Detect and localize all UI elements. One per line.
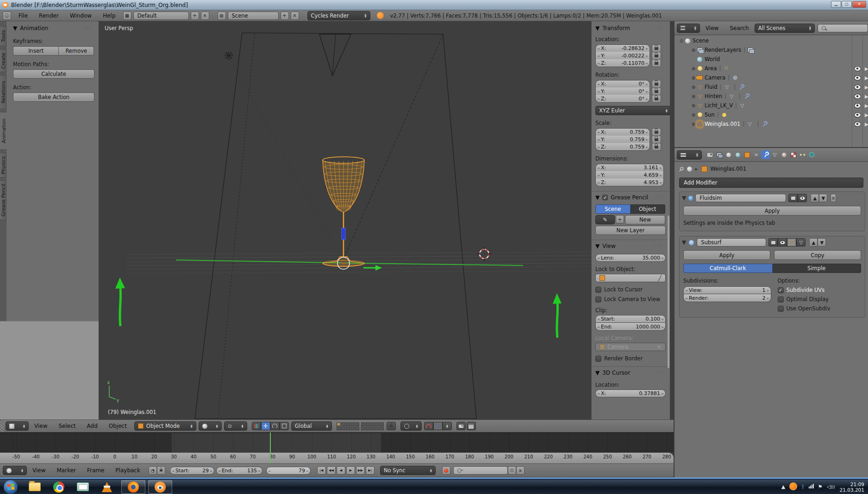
- visibility-eye-icon[interactable]: [854, 75, 861, 80]
- scale-z-field[interactable]: Z:0.759: [595, 143, 650, 151]
- expand-icon[interactable]: ⊕: [690, 112, 697, 117]
- outliner-row[interactable]: ⊕▽Licht_LK_V|▽▶: [674, 101, 868, 110]
- timeline-lock-icon[interactable]: [157, 466, 165, 475]
- delete-keyframe-icon[interactable]: ×: [516, 466, 525, 475]
- expand-icon[interactable]: ⊕: [690, 103, 697, 108]
- layer-cell[interactable]: [350, 426, 355, 430]
- info-window-menu[interactable]: Window: [64, 12, 97, 19]
- properties-tab-render[interactable]: [706, 150, 714, 159]
- viewport-3d[interactable]: z y User Persp (79) Weinglas.001: [99, 21, 670, 420]
- outliner-filter-select[interactable]: All Scenes▲▼: [755, 24, 815, 33]
- render-border-checkbox[interactable]: [595, 356, 601, 362]
- timeline-marker-menu[interactable]: Marker: [51, 467, 81, 474]
- editor-type-info-icon[interactable]: ⓘ: [3, 12, 11, 20]
- outliner-row[interactable]: ⊕▽Weinglas.001|▽|▶: [674, 119, 868, 129]
- fluidsim-moveup-button[interactable]: ▲: [811, 194, 819, 202]
- outliner-row[interactable]: ⊕Area|⤧▶: [674, 64, 868, 73]
- timeline-editor-select[interactable]: ▲▼: [3, 466, 27, 475]
- view-panel-header[interactable]: ▼ View: [595, 243, 665, 249]
- action-center-flag-icon[interactable]: ⚑: [818, 484, 823, 490]
- selectability-arrow-icon[interactable]: ▶: [865, 103, 868, 108]
- proportional-edit-select[interactable]: ▲▼: [400, 421, 422, 431]
- viewport-select-menu[interactable]: Select: [53, 423, 81, 429]
- outliner-search-input[interactable]: [818, 24, 868, 32]
- title-bar[interactable]: Blender [F:\Blender\SturmWasserglas\Wein…: [0, 0, 868, 10]
- volume-tray-icon[interactable]: ◁))): [827, 484, 835, 490]
- fluidsim-movedown-button[interactable]: ▼: [819, 194, 827, 202]
- layout-delete-button[interactable]: ×: [201, 12, 209, 20]
- network-tray-icon[interactable]: [809, 484, 814, 490]
- wine-glass-object[interactable]: [323, 157, 364, 266]
- expand-icon[interactable]: ⊙: [678, 38, 685, 43]
- scale-y-field[interactable]: Y:0.759: [595, 136, 650, 143]
- calculate-motion-paths-button[interactable]: Calculate: [13, 69, 94, 79]
- lock-to-object-field[interactable]: ╱: [595, 274, 666, 282]
- maximize-button[interactable]: ▢: [842, 1, 852, 8]
- simple-toggle[interactable]: Simple: [773, 264, 862, 273]
- cursor-3d-panel-header[interactable]: ▼ 3D Cursor: [595, 370, 665, 376]
- layer-cell[interactable]: [337, 422, 341, 426]
- properties-tab-object[interactable]: [743, 150, 751, 159]
- fluidsim-delete-button[interactable]: ×: [831, 194, 836, 202]
- prev-keyframe-button[interactable]: ◀◀: [327, 466, 336, 475]
- subsurf-render-field[interactable]: Render:2: [683, 294, 771, 302]
- subsurf-view-field[interactable]: View:1: [683, 286, 771, 294]
- rotation-z-field[interactable]: Z:0°: [595, 95, 650, 103]
- next-keyframe-button[interactable]: ▶▶: [356, 466, 365, 475]
- scale-manipulator-icon[interactable]: [280, 422, 289, 430]
- layer-cell[interactable]: [375, 426, 379, 430]
- subsurf-render-toggle-icon[interactable]: [768, 238, 778, 247]
- clip-end-field[interactable]: End:1000.000: [595, 323, 666, 331]
- expand-icon[interactable]: ⊕: [690, 94, 697, 99]
- record-button[interactable]: [442, 466, 450, 475]
- shading-select[interactable]: ▲▼: [199, 421, 222, 431]
- selectability-arrow-icon[interactable]: ▶: [865, 112, 868, 117]
- insert-keyframe-button[interactable]: Insert: [13, 46, 59, 56]
- manipulator-axis-icon[interactable]: [252, 422, 261, 430]
- animation-panel-header[interactable]: ▼ Animation: [13, 25, 94, 31]
- play-button[interactable]: ▶: [346, 466, 355, 475]
- subsurf-movedown-button[interactable]: ▼: [818, 238, 826, 247]
- tool-shelf-tab-grease-pencil[interactable]: Grease Pencil: [0, 180, 6, 220]
- outliner-item-label[interactable]: Area: [705, 65, 717, 72]
- outliner-view-menu[interactable]: View: [700, 25, 724, 31]
- taskbar-firefox-button[interactable]: [121, 480, 145, 494]
- gp-scene-toggle[interactable]: Scene: [595, 204, 631, 214]
- outliner-item-label[interactable]: Sun: [705, 111, 715, 118]
- render-opengl-anim-icon[interactable]: [467, 422, 476, 430]
- timeline-frame-menu[interactable]: Frame: [81, 467, 110, 474]
- layer-cell[interactable]: [380, 426, 384, 430]
- info-help-menu[interactable]: Help: [97, 12, 121, 19]
- n-panel-scrollbar[interactable]: [668, 216, 669, 368]
- selectability-arrow-icon[interactable]: ▶: [865, 75, 868, 80]
- layer-cell[interactable]: [355, 422, 359, 426]
- layer-cell[interactable]: [380, 422, 384, 426]
- lock-toggle-icon[interactable]: [652, 95, 661, 103]
- layer-cell[interactable]: [346, 426, 350, 430]
- subsurf-view-toggle-icon[interactable]: [778, 238, 787, 247]
- bake-action-button[interactable]: Bake Action: [13, 93, 94, 102]
- scene-browse-icon[interactable]: ◍: [218, 12, 226, 20]
- layers-widget[interactable]: [337, 422, 384, 430]
- tool-shelf-tab-create[interactable]: Create: [0, 49, 6, 72]
- gp-add-icon[interactable]: +: [616, 215, 624, 223]
- timeline-playback-menu[interactable]: Playback: [110, 467, 146, 474]
- local-camera-field[interactable]: Camera ×: [595, 343, 666, 351]
- clip-start-field[interactable]: Start:0.100: [595, 315, 666, 323]
- visibility-eye-icon[interactable]: [854, 85, 861, 90]
- outliner-row[interactable]: ⊕▽Hinten|▽|▶: [674, 92, 868, 101]
- translate-manipulator-icon[interactable]: ✛: [261, 422, 270, 430]
- selectability-arrow-icon[interactable]: ▶: [865, 94, 868, 99]
- layer-cell[interactable]: [361, 426, 365, 430]
- scene-add-button[interactable]: +: [281, 12, 289, 20]
- close-button[interactable]: ×: [852, 1, 866, 8]
- lock-camera-checkbox[interactable]: [595, 296, 601, 303]
- keying-set-field[interactable]: [453, 466, 508, 475]
- layer-cell[interactable]: [341, 422, 345, 426]
- tool-shelf-tab-relations[interactable]: Relations: [0, 75, 6, 109]
- selectability-arrow-icon[interactable]: ▶: [865, 85, 868, 90]
- layer-cell[interactable]: [341, 426, 345, 430]
- cursor-3d[interactable]: [477, 247, 491, 261]
- visibility-eye-icon[interactable]: [854, 103, 861, 108]
- current-frame-field[interactable]: 79: [266, 467, 311, 475]
